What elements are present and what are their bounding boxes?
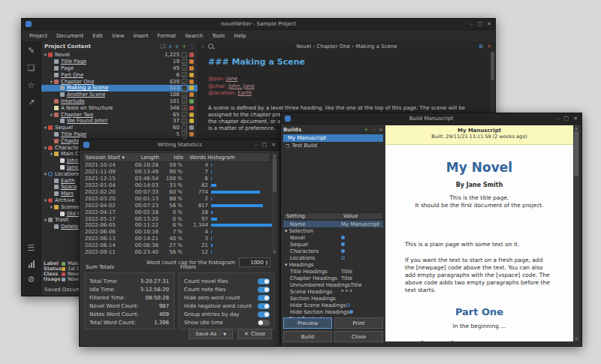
menu-item-tools[interactable]: Tools <box>207 33 229 39</box>
include-checkbox[interactable]: – <box>182 53 187 58</box>
print-button[interactable]: Print <box>334 317 383 329</box>
menu-item-document[interactable]: Document <box>52 33 88 39</box>
stats-row[interactable]: 2022-02-2000:07:3360 %774 <box>83 189 270 196</box>
menu-item-view[interactable]: View <box>107 33 129 39</box>
menu-kebab-icon[interactable]: ⋮ <box>189 44 195 50</box>
spinner-arrows-icon[interactable]: ▲▼ <box>264 258 269 266</box>
build-list-item[interactable]: ❒Test Build <box>283 142 383 149</box>
stats-row[interactable]: 2022-06-0500:11:226 %1,344 <box>83 222 270 229</box>
filter-toggle[interactable] <box>258 311 270 317</box>
filter-toggle[interactable] <box>258 278 270 284</box>
close-button[interactable]: Close <box>334 331 383 342</box>
word-cap-spinner[interactable]: 1000 ▲▼ <box>239 257 270 267</box>
tree-item[interactable]: ▼Chapter One639✓ <box>41 78 198 85</box>
edit-document-icon[interactable]: ✎ <box>28 46 35 63</box>
filter-toggle[interactable] <box>258 287 270 293</box>
include-checkbox[interactable]: ✓ <box>182 65 187 71</box>
tree-item[interactable]: Title Page5✓ <box>41 131 198 138</box>
stats-minimize-icon[interactable]: – <box>255 143 258 148</box>
filter-toggle[interactable] <box>258 320 270 326</box>
outline-view-icon[interactable]: ☰ <box>28 243 35 260</box>
tree-item[interactable]: Part One6✓ <box>41 71 198 78</box>
setting-row[interactable]: Section Headings <box>283 295 383 302</box>
tree-item[interactable]: We Found John!37✓ <box>41 118 198 125</box>
novel-tree-icon[interactable]: ☆ <box>28 80 35 98</box>
build-maximize-icon[interactable]: □ <box>564 116 569 122</box>
project-details-icon[interactable]: ❏ <box>28 63 35 80</box>
build-list-item[interactable]: My Manuscript <box>283 134 383 142</box>
stats-row[interactable]: 2022-04-0200:07:2356 %817 <box>83 202 270 209</box>
close-icon[interactable]: ✕ <box>487 22 491 27</box>
settings-gear-icon[interactable]: ⚙ <box>28 275 35 292</box>
quick-links-icon[interactable]: ❏ <box>161 44 165 50</box>
menu-item-search[interactable]: Search <box>180 33 207 39</box>
tree-item[interactable]: Page49✓ <box>41 65 198 72</box>
stats-row[interactable]: 2022-04-1700:02:180 %18 <box>83 209 270 215</box>
tree-item[interactable]: Title Page19✓ <box>41 59 198 65</box>
remove-build-icon[interactable]: − <box>371 127 376 133</box>
setting-row[interactable]: Locations <box>283 254 383 261</box>
build-close-icon[interactable]: ✕ <box>573 116 578 122</box>
add-build-icon[interactable]: + <box>364 127 368 133</box>
include-checkbox[interactable]: ✓ <box>182 92 187 98</box>
setting-row[interactable]: Scene Headings* * * <box>283 288 383 295</box>
stats-close-button[interactable]: ✕Close <box>237 329 272 339</box>
menu-item-help[interactable]: Help <box>229 33 250 39</box>
menu-item-insert[interactable]: Insert <box>128 33 153 39</box>
maximize-icon[interactable]: □ <box>478 22 483 27</box>
add-item-icon[interactable]: + <box>182 44 186 50</box>
include-checkbox[interactable]: ✓ <box>182 98 187 104</box>
build-minimize-icon[interactable]: – <box>557 116 560 122</box>
stats-row[interactable]: 2021-10-2400:10:2859 %4 <box>83 162 270 169</box>
include-checkbox[interactable]: ✓ <box>182 131 187 137</box>
include-checkbox[interactable]: ✓ <box>182 112 187 117</box>
menu-item-project[interactable]: Project <box>25 33 52 39</box>
minimize-icon[interactable]: – <box>470 22 473 27</box>
stats-row[interactable]: 2022-06-1400:06:3827 %21 <box>83 242 270 249</box>
setting-row[interactable]: Chapter HeadingsTitle <box>283 275 383 281</box>
preview-scrollbar[interactable]: ▲▼ <box>573 125 579 341</box>
stats-row[interactable]: 2022-01-0400:14:0333 %82 <box>83 182 270 189</box>
stats-row[interactable]: 2022-05-1700:13:200 %97 <box>83 215 270 222</box>
include-checkbox[interactable]: ✓ <box>182 119 187 124</box>
stats-titlebar[interactable]: Writing Statistics – □ ✕ <box>80 140 279 151</box>
stats-row[interactable]: 2022-06-0600:10:167 %4 <box>83 229 270 236</box>
link-build-icon[interactable]: ∞ <box>379 127 383 133</box>
tree-item[interactable]: Interlude101✓ <box>41 98 198 105</box>
save-as-button[interactable]: Save As▼ <box>189 329 233 339</box>
tree-item[interactable]: ▼Novel1,225– <box>41 52 198 59</box>
build-titlebar[interactable]: Build Manuscript – □ ✕ <box>281 113 581 125</box>
setting-row[interactable]: NameMy Manuscript <box>283 221 383 227</box>
include-checkbox[interactable]: ✓ <box>182 72 187 77</box>
setting-row[interactable]: Hide Scene Headings <box>283 302 383 308</box>
tree-item[interactable]: A Note on Structure346✕ <box>41 104 198 111</box>
stats-table-header[interactable]: Session Start ▾LengthIdle Words Histogra… <box>83 152 270 162</box>
setting-row[interactable]: Unnumbered HeadingsTitle <box>283 281 383 288</box>
tree-item[interactable]: ▼Chapter Two65✓ <box>41 111 198 118</box>
setting-row[interactable]: Novel <box>283 234 383 241</box>
stats-row[interactable]: 2021-12-1503:46:54100 %6 <box>83 176 270 182</box>
include-checkbox[interactable]: ✓ <box>182 86 187 91</box>
setting-row[interactable]: Characters <box>283 248 383 254</box>
menu-item-format[interactable]: Format <box>153 33 180 39</box>
preview-button[interactable]: Preview <box>283 317 332 329</box>
build-button[interactable]: Build <box>283 331 332 342</box>
move-down-icon[interactable]: ∨ <box>175 44 179 50</box>
stats-scrollbar[interactable]: ▲▼ <box>272 152 277 254</box>
writing-stats-icon[interactable] <box>29 260 35 268</box>
export-icon[interactable]: ↗ <box>28 98 35 115</box>
move-up-icon[interactable]: ∧ <box>168 44 172 50</box>
main-titlebar[interactable]: novelWriter - Sample Project – □ ✕ <box>22 19 495 30</box>
include-checkbox[interactable]: ✕ <box>182 105 187 110</box>
filter-toggle[interactable] <box>258 303 270 309</box>
setting-row[interactable]: ▾ Headings <box>283 261 383 268</box>
tree-item[interactable]: ▼Sequel60– <box>41 125 198 131</box>
tree-item[interactable]: Another Scene108✓ <box>41 92 198 98</box>
stats-close-icon[interactable]: ✕ <box>271 143 276 148</box>
menu-item-edit[interactable]: Edit <box>88 33 107 39</box>
include-checkbox[interactable]: – <box>182 125 187 131</box>
include-checkbox[interactable]: ✓ <box>182 79 187 84</box>
setting-row[interactable]: Title HeadingsTitle <box>283 268 383 275</box>
tree-item[interactable]: Making a Scene513✓ <box>41 85 198 92</box>
setting-row[interactable]: ▾ Selection <box>283 227 383 234</box>
